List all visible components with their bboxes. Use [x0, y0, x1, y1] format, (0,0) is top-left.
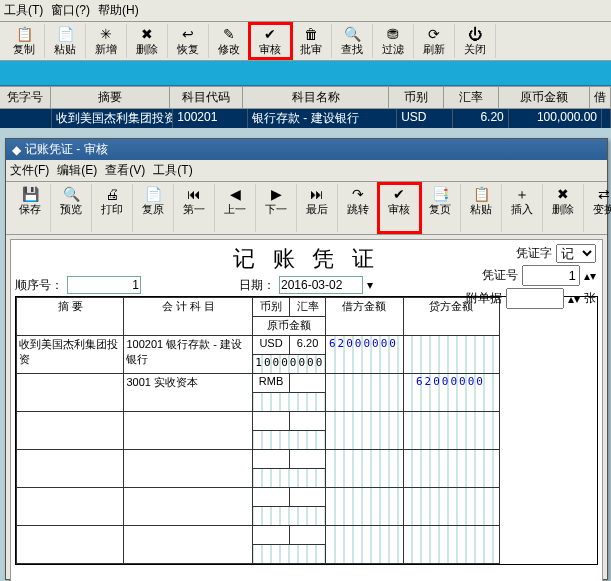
grid-row[interactable] — [17, 488, 597, 507]
c-save-icon: 💾 — [22, 186, 39, 202]
menu-tools[interactable]: 工具(T) — [4, 2, 43, 19]
c-next[interactable]: ▶下一 — [256, 184, 297, 232]
c-paste-label: 粘贴 — [470, 202, 492, 216]
restore-button-icon: ↩ — [182, 26, 194, 42]
c-print-icon: 🖨 — [105, 186, 119, 202]
paste-button-label: 粘贴 — [54, 42, 76, 56]
restore-button[interactable]: ↩恢复 — [168, 24, 209, 58]
th-subject: 会 计 科 目 — [124, 298, 253, 336]
edit-button[interactable]: ✎修改 — [209, 24, 250, 58]
col-amount[interactable]: 原币金额 — [499, 87, 590, 108]
c-last[interactable]: ⏭最后 — [297, 184, 338, 232]
main-menubar: 工具(T) 窗口(?) 帮助(H) — [0, 0, 611, 22]
filter-button[interactable]: ⛃过滤 — [373, 24, 414, 58]
close-button-label: 关闭 — [464, 42, 486, 56]
c-revert[interactable]: 📄复原 — [133, 184, 174, 232]
seq-input[interactable] — [67, 276, 141, 294]
new-button[interactable]: ✳新增 — [86, 24, 127, 58]
col-dr[interactable]: 借 — [590, 87, 611, 108]
c-first-icon: ⏮ — [187, 186, 201, 202]
child-menu-view[interactable]: 查看(V) — [105, 162, 145, 179]
copy-button[interactable]: 📋复制 — [4, 24, 45, 58]
c-insert[interactable]: ＋插入 — [502, 184, 543, 232]
child-menu-edit[interactable]: 编辑(E) — [57, 162, 97, 179]
child-menu-tools[interactable]: 工具(T) — [153, 162, 192, 179]
caption-bar — [0, 61, 611, 86]
c-print[interactable]: 🖨打印 — [92, 184, 133, 232]
col-code[interactable]: 科目代码 — [170, 87, 243, 108]
c-prev[interactable]: ◀上一 — [215, 184, 256, 232]
delete-button-icon: ✖ — [141, 26, 153, 42]
grid-row[interactable]: 3001 实收资本RMB62000000 — [17, 374, 597, 393]
c-copypage-label: 复页 — [429, 202, 451, 216]
seq-label: 顺序号： — [15, 277, 63, 294]
th-summary: 摘 要 — [17, 298, 124, 336]
c-copypage-icon: 📑 — [432, 186, 449, 202]
menu-window[interactable]: 窗口(?) — [51, 2, 90, 19]
child-menu-file[interactable]: 文件(F) — [10, 162, 49, 179]
close-button-icon: ⏻ — [468, 26, 482, 42]
c-paste-icon: 📋 — [473, 186, 490, 202]
date-input[interactable] — [279, 276, 363, 294]
filter-button-icon: ⛃ — [387, 26, 399, 42]
c-goto-label: 跳转 — [347, 202, 369, 216]
c-swap[interactable]: ⇄变换 — [584, 184, 611, 232]
audit-button[interactable]: ✔审核 — [250, 24, 291, 58]
voucher-window-title[interactable]: ◆ 记账凭证 - 审核 — [6, 139, 607, 160]
c-save[interactable]: 💾保存 — [10, 184, 51, 232]
c-prev-label: 上一 — [224, 202, 246, 216]
col-rate[interactable]: 汇率 — [444, 87, 499, 108]
cell-rate: 6.20 — [453, 109, 509, 128]
batch-audit-button[interactable]: 🗑批审 — [291, 24, 332, 58]
c-preview[interactable]: 🔍预览 — [51, 184, 92, 232]
cell-summary: 收到美国杰利集团投资 — [52, 109, 173, 128]
voucher-word-select[interactable]: 记 — [556, 244, 596, 263]
refresh-button-label: 刷新 — [423, 42, 445, 56]
refresh-button[interactable]: ⟳刷新 — [414, 24, 455, 58]
col-currency[interactable]: 币别 — [389, 87, 444, 108]
th-currency: 币别 — [253, 298, 290, 317]
paste-button[interactable]: 📄粘贴 — [45, 24, 86, 58]
c-goto-icon: ↷ — [352, 186, 364, 202]
voucher-window: ◆ 记账凭证 - 审核 文件(F) 编辑(E) 查看(V) 工具(T) 💾保存🔍… — [5, 138, 608, 580]
col-summary[interactable]: 摘要 — [51, 87, 170, 108]
attach-spinner[interactable]: ▴▾ — [568, 292, 580, 306]
c-first[interactable]: ⏮第一 — [174, 184, 215, 232]
copy-button-icon: 📋 — [16, 26, 33, 42]
c-delete[interactable]: ✖删除 — [543, 184, 584, 232]
list-row[interactable]: 收到美国杰利集团投资 100201 银行存款 - 建设银行 USD 6.20 1… — [0, 109, 611, 128]
voucher-num-input[interactable] — [522, 265, 580, 286]
c-last-label: 最后 — [306, 202, 328, 216]
col-name[interactable]: 科目名称 — [243, 87, 389, 108]
num-label: 凭证号 — [482, 267, 518, 284]
c-goto[interactable]: ↷跳转 — [338, 184, 379, 232]
restore-button-label: 恢复 — [177, 42, 199, 56]
main-toolbar: 📋复制📄粘贴✳新增✖删除↩恢复✎修改✔审核🗑批审🔍查找⛃过滤⟳刷新⏻关闭 — [0, 22, 611, 61]
col-seq[interactable]: 凭字号 — [0, 87, 51, 108]
attach-input[interactable] — [506, 288, 564, 309]
voucher-window-title-text: 记账凭证 - 审核 — [25, 141, 108, 158]
date-dropdown-icon[interactable]: ▾ — [367, 278, 373, 292]
grid-row[interactable] — [17, 412, 597, 431]
paste-button-icon: 📄 — [57, 26, 74, 42]
c-delete-icon: ✖ — [557, 186, 569, 202]
close-button[interactable]: ⏻关闭 — [455, 24, 496, 58]
c-copypage[interactable]: 📑复页 — [420, 184, 461, 232]
c-next-label: 下一 — [265, 202, 287, 216]
date-label: 日期： — [239, 277, 275, 294]
grid-row[interactable] — [17, 450, 597, 469]
c-revert-label: 复原 — [142, 202, 164, 216]
c-audit-icon: ✔ — [393, 186, 405, 202]
cell-amount: 100,000.00 — [509, 109, 602, 128]
num-spinner[interactable]: ▴▾ — [584, 269, 596, 283]
grid-row[interactable] — [17, 526, 597, 545]
batch-audit-button-label: 批审 — [300, 42, 322, 56]
c-paste[interactable]: 📋粘贴 — [461, 184, 502, 232]
c-audit[interactable]: ✔审核 — [379, 184, 420, 232]
c-insert-icon: ＋ — [515, 186, 529, 202]
menu-help[interactable]: 帮助(H) — [98, 2, 139, 19]
th-orig: 原币金额 — [253, 317, 326, 336]
find-button[interactable]: 🔍查找 — [332, 24, 373, 58]
delete-button[interactable]: ✖删除 — [127, 24, 168, 58]
grid-row[interactable]: 收到美国杰利集团投资100201 银行存款 - 建设银行USD6.2062000… — [17, 336, 597, 355]
